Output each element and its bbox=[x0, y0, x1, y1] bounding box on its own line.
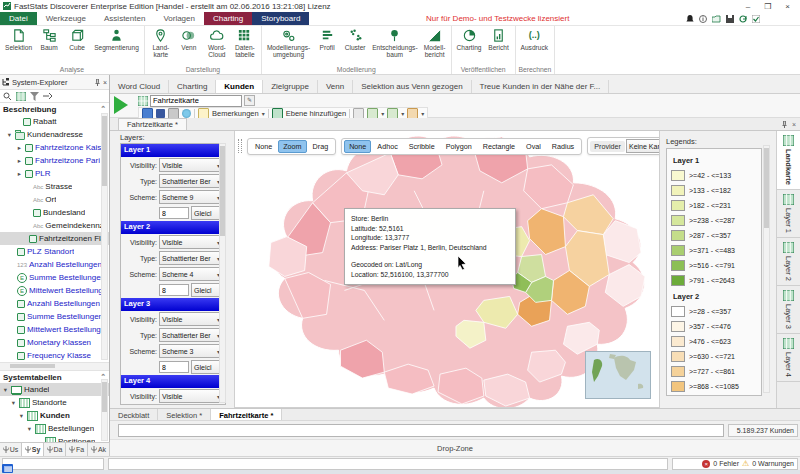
side-tab[interactable]: Layer 4 bbox=[777, 334, 800, 382]
workspace-tab[interactable]: Venn bbox=[318, 80, 353, 93]
side-tab[interactable]: Layer 1 bbox=[777, 190, 800, 238]
bins-input[interactable] bbox=[159, 284, 189, 296]
tree-item[interactable]: Anzahl Bestellungen bbox=[0, 258, 109, 271]
expand-chevron-icon[interactable]: ▾ bbox=[10, 399, 17, 407]
word-cloud-button[interactable]: Word- Cloud bbox=[204, 27, 230, 60]
workspace-tab[interactable]: Word Cloud bbox=[110, 80, 169, 93]
map-name-input[interactable] bbox=[150, 95, 242, 107]
expand-tree-icon[interactable] bbox=[43, 92, 53, 100]
map-view-icon[interactable] bbox=[16, 92, 26, 101]
horizontal-scrollbar[interactable] bbox=[0, 362, 109, 371]
tree-item[interactable]: ▾ Standorte bbox=[0, 396, 109, 409]
type-select[interactable]: Schattierter Ber▾ bbox=[159, 328, 223, 342]
refresh-icon[interactable] bbox=[739, 15, 747, 23]
draw-tool-button[interactable]: Rectangle bbox=[478, 140, 520, 153]
fahrtzeitkarte-panel-tab[interactable]: Fahrtzeitkarte * bbox=[118, 118, 187, 130]
menu-tab[interactable]: Vorlagen bbox=[154, 12, 204, 25]
draw-tool-button[interactable]: None bbox=[344, 140, 371, 153]
workspace-tab[interactable]: Kunden bbox=[216, 80, 263, 93]
scheme-select[interactable]: Scheme 4▾ bbox=[159, 267, 223, 281]
chevron-down-icon[interactable]: ▾ bbox=[262, 110, 265, 117]
workspace-tab[interactable]: Charting bbox=[169, 80, 216, 93]
scheme-select[interactable]: Scheme 9▾ bbox=[159, 190, 223, 204]
explorer-tab[interactable]: Sy bbox=[22, 443, 44, 456]
cluster-button[interactable]: Cluster bbox=[342, 27, 368, 52]
tree-item[interactable]: ▸ Fahrtzeitzone Kais bbox=[0, 141, 109, 154]
draw-tool-button[interactable]: Oval bbox=[521, 140, 546, 153]
menu-tab[interactable]: Storyboard bbox=[252, 12, 309, 25]
pin-icon[interactable] bbox=[781, 121, 788, 128]
visibility-select[interactable]: Visible▾ bbox=[159, 389, 223, 403]
cube-button[interactable]: Cube bbox=[64, 27, 90, 52]
chevron-down-icon[interactable]: ▾ bbox=[421, 110, 424, 117]
menu-tab[interactable]: Charting bbox=[204, 12, 252, 25]
profil-button[interactable]: Profil bbox=[314, 27, 340, 52]
explorer-tab[interactable]: Us bbox=[0, 443, 22, 456]
charting-publish-button[interactable]: Charting bbox=[455, 27, 484, 52]
scheme-select[interactable]: Scheme 3▾ bbox=[159, 344, 223, 358]
visibility-select[interactable]: Visible▾ bbox=[159, 235, 223, 249]
tree-item[interactable]: Summe Bestellungen bbox=[0, 271, 109, 284]
layer-section-header[interactable]: Layer 2 bbox=[121, 221, 225, 234]
visibility-select[interactable]: Visible▾ bbox=[159, 158, 223, 172]
check-icon[interactable] bbox=[752, 15, 760, 23]
menu-tab[interactable]: Werkzeuge bbox=[37, 12, 95, 25]
draw-tool-button[interactable]: Polygon bbox=[441, 140, 477, 153]
ausdruck-button[interactable]: (..) Ausdruck bbox=[519, 27, 551, 52]
workspace-tab[interactable]: Zielgruppe bbox=[263, 80, 318, 93]
tree-item[interactable]: ▾ Kundenadresse bbox=[0, 128, 109, 141]
vertical-scrollbar[interactable] bbox=[101, 113, 108, 360]
menu-tab[interactable]: Assistenten bbox=[95, 12, 154, 25]
tree-item[interactable]: PLZ Standort bbox=[0, 245, 109, 258]
world-overview-inset[interactable] bbox=[585, 351, 651, 399]
alert-bell-icon[interactable] bbox=[686, 15, 694, 23]
tree-item[interactable]: Frequency Klasse bbox=[0, 349, 109, 362]
pin-icon[interactable] bbox=[94, 79, 101, 86]
bericht-button[interactable]: Bericht bbox=[486, 27, 512, 52]
chevron-down-icon[interactable]: ▾ bbox=[381, 110, 384, 117]
info-icon[interactable] bbox=[699, 15, 707, 23]
close-panel-icon[interactable]: × bbox=[103, 79, 107, 86]
datentabelle-button[interactable]: Daten- tabelle bbox=[232, 27, 258, 60]
toolbar-grip[interactable] bbox=[238, 139, 242, 153]
explorer-tab[interactable]: Ak bbox=[88, 443, 110, 456]
landkarte-button[interactable]: Land- karte bbox=[148, 27, 174, 60]
document-tab[interactable]: Selektion * bbox=[158, 409, 211, 420]
section-header-beschreibung[interactable]: Beschreibung⌃ bbox=[0, 103, 109, 115]
tree-item[interactable]: ▾ Kunden bbox=[0, 409, 109, 422]
side-tab[interactable]: Layer 3 bbox=[777, 286, 800, 334]
expand-chevron-icon[interactable]: ▸ bbox=[16, 157, 23, 165]
legends-scrollbar[interactable] bbox=[763, 145, 770, 393]
restore-button[interactable]: ❒ bbox=[757, 2, 778, 11]
draw-tool-button[interactable]: Radius bbox=[547, 140, 579, 153]
menu-tab[interactable]: Datei bbox=[0, 12, 37, 25]
tree-item[interactable]: Mittelwert Bestellung bbox=[0, 284, 109, 297]
bemerkungen-button[interactable]: Bemerkungen bbox=[212, 109, 259, 118]
tree-item[interactable]: ▾ Handel bbox=[0, 383, 109, 396]
document-tab[interactable]: Deckblatt bbox=[110, 409, 158, 420]
type-select[interactable]: Schattierter Ber▾ bbox=[159, 174, 223, 188]
nav-tool-button[interactable]: Drag bbox=[308, 140, 334, 153]
tree-item[interactable]: Bundesland bbox=[0, 206, 109, 219]
globe-icon[interactable] bbox=[182, 109, 191, 118]
explorer-tab[interactable]: Da bbox=[44, 443, 66, 456]
expand-chevron-icon[interactable]: ▸ bbox=[16, 170, 23, 178]
close-panel-icon[interactable]: × bbox=[792, 121, 796, 128]
tree-item[interactable]: Ort bbox=[0, 193, 109, 206]
tree-item[interactable]: Mittelwert Bestellung bbox=[0, 323, 109, 336]
baum-button[interactable]: Baum bbox=[36, 27, 62, 52]
drop-zone[interactable]: Drop-Zone bbox=[110, 439, 800, 456]
provider-select[interactable]: Keine Karte▾ bbox=[626, 139, 660, 153]
rename-icon[interactable]: ✎ bbox=[244, 95, 255, 106]
tree-item[interactable]: Strasse bbox=[0, 180, 109, 193]
workspace-tab[interactable]: Selektion aus Venn gezogen bbox=[353, 80, 471, 93]
tree-item[interactable]: Summe Bestellungen bbox=[0, 310, 109, 323]
layer-section-header[interactable]: Layer 1 bbox=[121, 144, 225, 157]
modellbericht-button[interactable]: Modell- bericht bbox=[422, 27, 448, 60]
map-canvas[interactable]: NoneZoomDrag NoneAdhocScribblePolygonRec… bbox=[234, 131, 660, 408]
tree-item[interactable]: Monetary Klassen bbox=[0, 336, 109, 349]
layers-scrollbar[interactable] bbox=[219, 143, 226, 403]
expand-chevron-icon[interactable]: ▾ bbox=[26, 425, 33, 433]
document-tab[interactable]: Fahrtzeitkarte * bbox=[211, 409, 282, 420]
nav-tool-button[interactable]: Zoom bbox=[278, 140, 306, 153]
